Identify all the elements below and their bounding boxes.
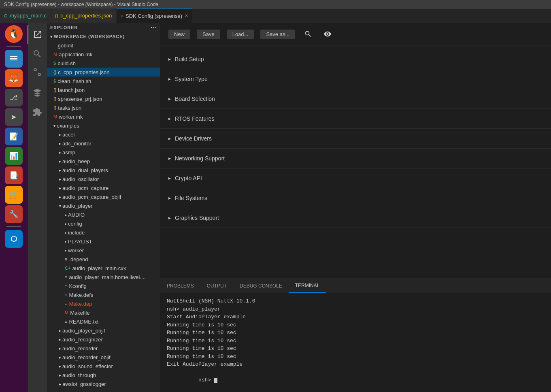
section-networking: ▸ Networking Support: [160, 149, 551, 168]
file-icon-makedefs: ≡: [65, 292, 67, 297]
dock-item-forward[interactable]: ➤: [5, 108, 23, 126]
tab-sdk-config[interactable]: ≡ SDK Config (spresense) ✕: [117, 9, 193, 23]
tree-item-accel[interactable]: ▸accel: [47, 130, 160, 139]
section-header-rtos[interactable]: ▸ RTOS Features: [160, 109, 551, 128]
tree-item-audio-player-main-cxx[interactable]: C+audio_player_main.cxx: [47, 264, 160, 273]
board-selection-chevron: ▸: [168, 96, 171, 102]
tree-item-audio-recorder-objif[interactable]: ▸audio_recorder_objif: [47, 353, 160, 362]
section-header-file-systems[interactable]: ▸ File Systems: [160, 188, 551, 208]
tree-item-depend[interactable]: ≡.depend: [47, 255, 160, 264]
tree-item-gobinit[interactable]: ·.gobinit: [47, 41, 160, 50]
tree-item-audio-pcm-objif[interactable]: ▸audio_pcm_capture_objif: [47, 192, 160, 201]
worker-chevron: ▸: [65, 248, 67, 253]
tab-cpp-props[interactable]: {} c_cpp_properties.json: [51, 9, 117, 23]
terminal-line-7: Running time is 10 sec: [167, 353, 545, 361]
close-tab-icon[interactable]: ✕: [185, 13, 188, 19]
section-header-board-selection[interactable]: ▸ Board Selection: [160, 89, 551, 109]
tree-item-asmp[interactable]: ▸asmp: [47, 148, 160, 157]
section-header-system-type[interactable]: ▸ System Type: [160, 69, 551, 89]
activity-extensions[interactable]: [28, 102, 47, 122]
tree-item-audio[interactable]: ▸AUDIO: [47, 210, 160, 219]
activity-debug[interactable]: [28, 83, 47, 102]
section-file-systems: ▸ File Systems: [160, 188, 551, 208]
tree-item-audio-player[interactable]: ▾audio_player: [47, 201, 160, 210]
preview-icon-btn[interactable]: [321, 28, 334, 40]
dock-item-vscode[interactable]: ⬡: [5, 230, 23, 248]
workspace-header[interactable]: ▾ WORKSPACE (WORKSPACE): [47, 32, 160, 41]
activity-explorer[interactable]: [28, 25, 47, 44]
tree-item-kconfig[interactable]: ≡Kconfig: [47, 281, 160, 290]
tree-item-audio-recorder[interactable]: ▸audio_recorder: [47, 344, 160, 353]
tree-item-tasks[interactable]: {}tasks.json: [47, 103, 160, 112]
sdk-sections: ▸ Build Setup ▸ System Type ▸ Board Sele…: [160, 45, 551, 279]
dock-item-git[interactable]: ⎇: [5, 89, 23, 107]
section-header-device-drivers[interactable]: ▸ Device Drivers: [160, 129, 551, 148]
file-icon-braces: {}: [53, 70, 56, 75]
tree-item-readme[interactable]: ≡README.txt: [47, 317, 160, 326]
tab-debug-label: DEBUG CONSOLE: [240, 283, 282, 289]
section-header-graphics[interactable]: ▸ Graphics Support: [160, 208, 551, 228]
tree-item-config[interactable]: ▸config: [47, 219, 160, 228]
dock-item-ubuntu[interactable]: 🐧: [5, 25, 23, 43]
section-header-crypto[interactable]: ▸ Crypto API: [160, 168, 551, 188]
dock-item-files[interactable]: [5, 50, 23, 68]
tree-item-audio-player-main-home[interactable]: ≡audio_player_main.home.liwei....: [47, 273, 160, 281]
tab-terminal[interactable]: TERMINAL: [289, 279, 326, 293]
tree-item-make-defs[interactable]: ≡Make.defs: [47, 290, 160, 299]
dock-item-settings[interactable]: 🔧: [5, 205, 23, 223]
tree-item-audio-pcm-capture[interactable]: ▸audio_pcm_capture: [47, 183, 160, 192]
tab-debug-console[interactable]: DEBUG CONSOLE: [233, 279, 289, 293]
tree-item-worker-mk[interactable]: Mworker.mk: [47, 112, 160, 121]
tab-output[interactable]: OUTPUT: [200, 279, 233, 293]
tree-item-spresense-prj[interactable]: {}spresense_prj.json: [47, 94, 160, 103]
dock-item-calc[interactable]: 📊: [5, 147, 23, 165]
tree-item-awsiot[interactable]: ▸awsiot_gnsslogger: [47, 379, 160, 388]
dock-item-amazon[interactable]: 🛒: [5, 186, 23, 204]
dock-item-writer[interactable]: 📝: [5, 128, 23, 145]
activity-source-control[interactable]: [28, 64, 47, 83]
new-button[interactable]: New: [168, 30, 190, 39]
tree-item-audio-recognizer[interactable]: ▸audio_recognizer: [47, 335, 160, 344]
file-icon-depend: ≡: [65, 257, 67, 262]
sidebar-more-icon[interactable]: ···: [151, 24, 157, 31]
tab-problems[interactable]: PROBLEMS: [160, 279, 200, 293]
tree-item-audio-sound[interactable]: ▸audio_sound_effector: [47, 362, 160, 371]
search-icon-btn[interactable]: [302, 28, 315, 40]
dock-item-firefox[interactable]: 🦊: [5, 69, 23, 87]
tree-item-audio-through[interactable]: ▸audio_through: [47, 371, 160, 379]
tree-item-playlist[interactable]: ▸PLAYLIST: [47, 237, 160, 246]
tree-item-audio-dual[interactable]: ▸audio_dual_players: [47, 166, 160, 175]
tree-item-build-sh[interactable]: $build.sh: [47, 59, 160, 68]
tree-item-audio-oscillator[interactable]: ▸audio_oscillator: [47, 175, 160, 183]
sdk-panel: New Save Load... Save as... ▸ Build Setu…: [160, 23, 551, 279]
tree-item-adc-monitor[interactable]: ▸adc_monitor: [47, 139, 160, 148]
section-header-networking[interactable]: ▸ Networking Support: [160, 149, 551, 168]
tree-item-make-dep[interactable]: ≡Make.dep: [47, 299, 160, 308]
save-as-button[interactable]: Save as...: [260, 30, 295, 39]
section-header-build-setup[interactable]: ▸ Build Setup: [160, 49, 551, 69]
audio-player-chevron: ▾: [59, 204, 61, 208]
activity-search[interactable]: [28, 44, 47, 64]
workspace-chevron: ▾: [50, 34, 53, 39]
section-system-type: ▸ System Type: [160, 69, 551, 89]
tree-item-examples[interactable]: ▾examples: [47, 121, 160, 130]
dock-item-impress[interactable]: 📑: [5, 166, 23, 184]
tab-icon-sdk: ≡: [121, 13, 123, 18]
tree-item-audio-player-objif[interactable]: ▸audio_player_objif: [47, 326, 160, 335]
tab-myapps[interactable]: C myapps_main.c: [0, 9, 51, 23]
file-icon-cxx: C+: [65, 266, 70, 271]
tree-item-application-mk[interactable]: Mapplication.mk: [47, 50, 160, 59]
tree-item-clean-flash[interactable]: $clean_flash.sh: [47, 77, 160, 85]
save-button[interactable]: Save: [197, 30, 220, 39]
terminal-line-1: nsh> audio_player: [167, 305, 545, 313]
load-button[interactable]: Load...: [227, 30, 254, 39]
activity-bar: [28, 23, 47, 392]
tree-item-include[interactable]: ▸include: [47, 228, 160, 237]
tree-item-worker[interactable]: ▸worker: [47, 246, 160, 255]
tree-item-makefile[interactable]: MMakefile: [47, 308, 160, 317]
tree-item-c-cpp-properties[interactable]: {}c_cpp_properties.json: [47, 68, 160, 77]
tree-item-audio-beep[interactable]: ▸audio_beep: [47, 157, 160, 166]
device-drivers-label: Device Drivers: [175, 135, 212, 142]
tree-item-launch-json[interactable]: {}launch.json: [47, 85, 160, 94]
at-chevron: ▸: [59, 373, 61, 377]
